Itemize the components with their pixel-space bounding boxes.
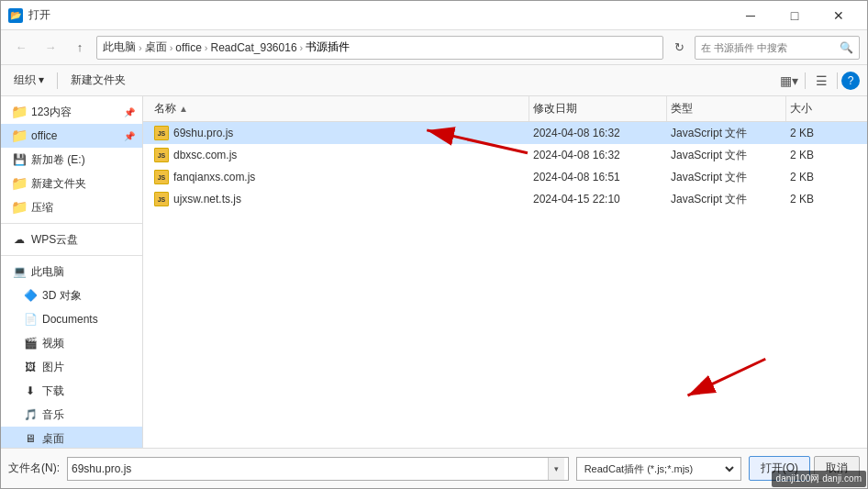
up-button[interactable]: ↑	[67, 35, 93, 61]
breadcrumb-readcat: ReadCat_936016	[210, 41, 296, 54]
title-bar: 📂 打开 ─ □ ✕	[1, 1, 867, 30]
js-file-icon: JS	[154, 148, 169, 162]
col-type[interactable]: 类型	[667, 96, 786, 121]
sidebar-label: office	[31, 129, 119, 142]
sidebar-item-wps[interactable]: ☁ WPS云盘	[1, 228, 142, 251]
address-bar: ← → ↑ 此电脑 › 桌面 › office › ReadCat_936016…	[1, 30, 867, 65]
view-options-button[interactable]: ▦▾	[777, 69, 801, 93]
folder-icon: 📁	[12, 105, 27, 119]
file-size-cell: 2 KB	[786, 193, 860, 206]
file-size-cell: 2 KB	[786, 149, 860, 161]
filetype-select[interactable]: ReadCat插件 (*.js;*.mjs)	[581, 462, 737, 475]
breadcrumb[interactable]: 此电脑 › 桌面 › office › ReadCat_936016 › 书源插…	[96, 36, 663, 60]
js-file-icon: JS	[154, 126, 169, 140]
filename-dropdown-button[interactable]: ▾	[548, 458, 564, 480]
desktop-icon: 🖥	[23, 431, 38, 446]
sidebar-item-desktop[interactable]: 🖥 桌面	[1, 427, 142, 448]
sidebar-label: 此电脑	[31, 264, 135, 280]
table-row[interactable]: JS fanqianxs.com.js 2024-04-08 16:51 Jav…	[143, 166, 867, 188]
file-type-cell: JavaScript 文件	[667, 192, 786, 207]
sidebar-item-123[interactable]: 📁 123内容 📌	[1, 100, 142, 124]
col-modified[interactable]: 修改日期	[529, 96, 667, 121]
sidebar-label: WPS云盘	[31, 232, 135, 248]
sidebar-divider2	[1, 255, 142, 256]
details-view-button[interactable]: ☰	[809, 69, 833, 93]
sidebar-label: 压缩	[31, 200, 135, 216]
search-input[interactable]	[701, 42, 836, 53]
sidebar-item-zip[interactable]: 📁 压缩	[1, 195, 142, 219]
folder-icon: 📁	[12, 200, 27, 215]
close-button[interactable]: ✕	[818, 3, 860, 28]
action-buttons: 打开(O) 取消	[749, 456, 860, 481]
sidebar-item-video[interactable]: 🎬 视频	[1, 331, 142, 355]
col-name[interactable]: 名称 ▲	[150, 96, 529, 121]
table-row[interactable]: JS ujxsw.net.ts.js 2024-04-15 22:10 Java…	[143, 188, 867, 210]
sidebar-label: 3D 对象	[42, 288, 135, 304]
video-icon: 🎬	[23, 336, 38, 350]
sidebar-item-drive-e[interactable]: 💾 新加卷 (E:)	[1, 148, 142, 172]
pc-icon: 💻	[12, 264, 27, 279]
refresh-button[interactable]: ↻	[667, 36, 691, 60]
sidebar-item-documents[interactable]: 📄 Documents	[1, 307, 142, 331]
open-button[interactable]: 打开(O)	[749, 456, 810, 481]
sidebar: 📁 123内容 📌 📁 office 📌 💾 新加卷 (E:) 📁 新建文件夹 …	[1, 96, 143, 448]
sidebar-label: 新加卷 (E:)	[31, 152, 135, 168]
back-button[interactable]: ←	[8, 35, 34, 61]
table-row[interactable]: JS dbxsc.com.js 2024-04-08 16:32 JavaScr…	[143, 144, 867, 166]
sidebar-item-office[interactable]: 📁 office 📌	[1, 124, 142, 148]
search-bar[interactable]: 🔍	[695, 36, 860, 60]
sidebar-item-music[interactable]: 🎵 音乐	[1, 403, 142, 427]
file-open-dialog: 📂 打开 ─ □ ✕ ← → ↑ 此电脑 › 桌面 › office › Rea…	[0, 0, 868, 489]
dl-icon: ⬇	[23, 383, 38, 398]
filetype-select-wrap[interactable]: ReadCat插件 (*.js;*.mjs)	[576, 457, 741, 481]
music-icon: 🎵	[23, 407, 38, 422]
file-modified-cell: 2024-04-08 16:32	[529, 127, 667, 139]
file-name-cell: JS 69shu.pro.js	[150, 126, 529, 140]
file-type-cell: JavaScript 文件	[667, 170, 786, 185]
file-type-cell: JavaScript 文件	[667, 148, 786, 163]
filename-input-wrap[interactable]: ▾	[67, 457, 569, 481]
sidebar-label: 桌面	[42, 431, 135, 447]
sort-arrow-icon: ▲	[179, 104, 188, 114]
file-name-cell: JS ujxsw.net.ts.js	[150, 192, 529, 206]
sidebar-label: 图片	[42, 360, 135, 375]
file-name-cell: JS dbxsc.com.js	[150, 148, 529, 162]
toolbar-sep2	[805, 72, 806, 89]
breadcrumb-current: 书源插件	[306, 39, 350, 55]
toolbar-right: ▦▾ ☰ ?	[777, 69, 860, 93]
sidebar-item-3d[interactable]: 🔷 3D 对象	[1, 283, 142, 307]
file-list: 名称 ▲ 修改日期 类型 大小	[143, 96, 867, 448]
table-row[interactable]: JS 69shu.pro.js 2024-04-08 16:32 JavaScr…	[143, 122, 867, 144]
file-size-cell: 2 KB	[786, 127, 860, 139]
cancel-button[interactable]: 取消	[814, 456, 860, 481]
sidebar-item-new-folder[interactable]: 📁 新建文件夹	[1, 172, 142, 195]
js-file-icon: JS	[154, 192, 169, 206]
sidebar-label: 下载	[42, 383, 135, 399]
toolbar-sep3	[837, 72, 838, 89]
filename-input[interactable]	[72, 462, 548, 475]
minimize-button[interactable]: ─	[729, 3, 772, 28]
window-icon: 📂	[8, 8, 23, 23]
sidebar-item-pc[interactable]: 💻 此电脑	[1, 260, 142, 283]
toolbar: 组织 ▾ 新建文件夹 ▦▾ ☰ ?	[1, 65, 867, 96]
sidebar-label: 音乐	[42, 407, 135, 423]
pin-icon: 📌	[124, 107, 135, 117]
sidebar-item-downloads[interactable]: ⬇ 下载	[1, 379, 142, 403]
pin-icon: 📌	[124, 131, 135, 141]
col-size[interactable]: 大小	[786, 96, 860, 121]
organize-button[interactable]: 组织 ▾	[8, 70, 50, 91]
help-button[interactable]: ?	[841, 72, 860, 90]
new-folder-button[interactable]: 新建文件夹	[65, 70, 131, 91]
maximize-button[interactable]: □	[773, 3, 816, 28]
search-icon[interactable]: 🔍	[840, 41, 853, 54]
file-type-cell: JavaScript 文件	[667, 126, 786, 141]
folder-icon: 📁	[12, 176, 27, 191]
file-list-body: JS 69shu.pro.js 2024-04-08 16:32 JavaScr…	[143, 122, 867, 448]
breadcrumb-pc: 此电脑	[103, 39, 136, 55]
file-modified-cell: 2024-04-08 16:51	[529, 171, 667, 183]
js-file-icon: JS	[154, 170, 169, 184]
forward-button[interactable]: →	[38, 35, 63, 61]
sidebar-item-pictures[interactable]: 🖼 图片	[1, 355, 142, 379]
sidebar-label: 新建文件夹	[31, 176, 135, 192]
toolbar-separator	[57, 72, 58, 89]
